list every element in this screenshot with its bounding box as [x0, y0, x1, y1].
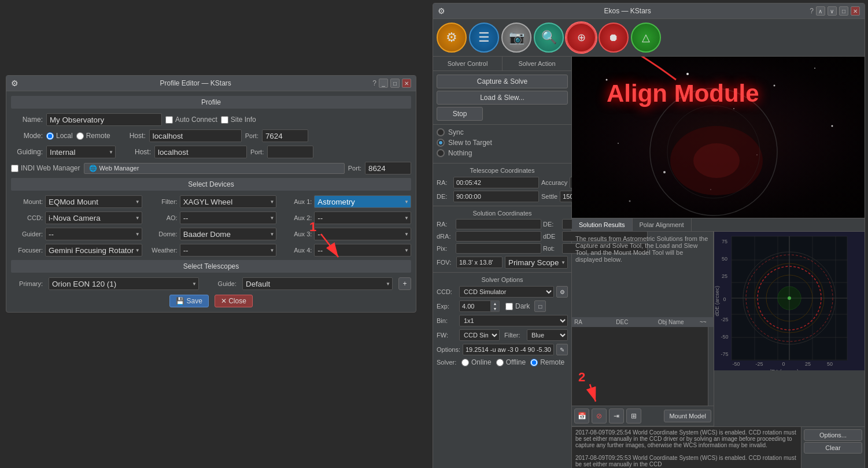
- filter-dropdown[interactable]: XAGYL Wheel: [180, 195, 277, 208]
- add-telescope-button[interactable]: +: [398, 277, 411, 290]
- options-edit-button[interactable]: ✎: [556, 344, 568, 355]
- module-tool-button[interactable]: ☰: [469, 23, 499, 53]
- sol-dra-input[interactable]: [456, 231, 541, 242]
- ccd-settings-button[interactable]: ⚙: [556, 286, 568, 298]
- host-input[interactable]: [149, 129, 242, 142]
- mount-dropdown[interactable]: EQMod Mount: [45, 195, 142, 208]
- calendar-button[interactable]: 📅: [574, 408, 589, 424]
- site-info-checkbox[interactable]: [221, 116, 228, 124]
- indi-web-checkbox[interactable]: [11, 165, 19, 172]
- mount-tool-button[interactable]: △: [631, 23, 661, 53]
- exp-up-button[interactable]: ▲: [491, 301, 499, 306]
- dark-checkbox[interactable]: [505, 303, 513, 310]
- stop-button[interactable]: Stop: [437, 107, 483, 121]
- close-button[interactable]: ✕ Close: [215, 295, 253, 307]
- aux1-dropdown[interactable]: Astrometry: [314, 195, 411, 208]
- fov-input[interactable]: [456, 257, 503, 268]
- exp-down-button[interactable]: ▼: [491, 306, 499, 311]
- close-button[interactable]: ✕: [402, 79, 411, 88]
- auto-connect-checkbox[interactable]: [165, 116, 173, 124]
- profile-editor-title: Profile Editor — KStars: [160, 79, 231, 87]
- ra-input[interactable]: [453, 177, 539, 188]
- offline-radio[interactable]: [496, 359, 504, 366]
- solver-action-tab[interactable]: Solver Action: [503, 57, 571, 70]
- exp-settings-button[interactable]: □: [534, 300, 546, 312]
- slew-to-target-radio[interactable]: [437, 139, 445, 147]
- polar-alignment-tab[interactable]: Polar Alignment: [633, 218, 692, 231]
- guiding-host-input[interactable]: [154, 146, 247, 158]
- guiding-port-input[interactable]: [267, 146, 313, 158]
- sol-dde-label: dDE: [543, 233, 560, 240]
- ccd-opt-select[interactable]: CCD Simulator: [459, 286, 554, 298]
- guiding-dropdown[interactable]: Internal: [46, 146, 116, 158]
- nothing-radio[interactable]: [437, 149, 445, 157]
- dome-dropdown[interactable]: Baader Dome: [180, 228, 277, 240]
- ao-dropdown[interactable]: --: [180, 211, 277, 224]
- port-input[interactable]: [262, 129, 308, 142]
- ccd-dropdown[interactable]: i-Nova Camera: [45, 211, 142, 224]
- guide-scope-dropdown-wrapper: Default: [242, 277, 393, 290]
- table-tilde-header: ~~: [700, 319, 711, 325]
- filter-opt-select[interactable]: Blue: [527, 329, 568, 341]
- primary-scope-dropdown[interactable]: Orion EON 120 (1): [49, 277, 199, 290]
- ao-row: AO: --: [146, 211, 277, 224]
- ekos-close-button[interactable]: ✕: [851, 6, 860, 16]
- options-text-input[interactable]: [463, 344, 554, 355]
- ekos-expand-button[interactable]: ∨: [828, 6, 837, 16]
- name-input[interactable]: [46, 113, 162, 126]
- bin-opt-select[interactable]: 1x1: [459, 315, 568, 326]
- options-button[interactable]: Options...: [804, 429, 862, 441]
- online-radio[interactable]: [461, 359, 469, 366]
- guide-scope-dropdown[interactable]: Default: [242, 277, 393, 290]
- sol-pix-input[interactable]: [456, 243, 541, 254]
- grid-button[interactable]: ⊞: [626, 408, 641, 424]
- log-text-area[interactable]: 2017-08-09T09:25:54 World Coordinate Sys…: [572, 427, 801, 468]
- results-left: The results from Astrometric Solutions f…: [572, 232, 714, 426]
- web-manager-button[interactable]: 🌐 Web Manager: [84, 163, 345, 174]
- options-opt-label: Options:: [437, 346, 460, 353]
- weather-dropdown[interactable]: --: [180, 244, 277, 257]
- maximize-button[interactable]: □: [390, 79, 400, 88]
- ekos-minimize-button[interactable]: ∧: [816, 6, 825, 16]
- clear-button[interactable]: Clear: [804, 442, 862, 454]
- save-button[interactable]: 💾 Save: [169, 295, 209, 307]
- stop-circle-button[interactable]: ⊘: [592, 408, 607, 424]
- remote-radio[interactable]: [530, 359, 538, 366]
- results-scrollbar[interactable]: [708, 327, 714, 406]
- mount-model-button[interactable]: Mount Model: [664, 410, 711, 422]
- fw-opt-label: FW:: [437, 332, 457, 339]
- solution-results-tab[interactable]: Solution Results: [572, 218, 633, 231]
- bottom-toolbar: 📅 ⊘ ⇥ ⊞ Mount Model: [572, 406, 714, 426]
- mode-remote-radio[interactable]: [76, 132, 84, 140]
- web-port-input[interactable]: [365, 162, 411, 174]
- focuser-dropdown[interactable]: Gemini Focusing Rotator: [45, 244, 142, 257]
- aux2-dropdown[interactable]: --: [314, 211, 411, 224]
- load-slew-button[interactable]: Load & Slew...: [437, 91, 568, 105]
- de-input[interactable]: [453, 191, 539, 202]
- minimize-button[interactable]: _: [379, 79, 388, 88]
- fw-opt-select[interactable]: CCD Simul.: [459, 329, 500, 341]
- mode-local-radio[interactable]: [46, 132, 54, 140]
- search-tool-button[interactable]: 🔍: [534, 23, 564, 53]
- align-tool-button[interactable]: ⊕: [566, 23, 596, 53]
- aux4-dropdown[interactable]: --: [314, 244, 411, 257]
- mode-remote-label: Remote: [76, 132, 110, 140]
- export-button[interactable]: ⇥: [609, 408, 624, 424]
- guiding-row: Guiding: Internal Host: Port:: [11, 146, 411, 158]
- guider-dropdown[interactable]: --: [45, 228, 142, 240]
- auto-connect-label: Auto Connect: [165, 116, 217, 124]
- aux3-dropdown[interactable]: --: [314, 228, 411, 240]
- sync-radio[interactable]: [437, 128, 445, 136]
- guide-tool-button[interactable]: ⏺: [599, 23, 629, 53]
- nothing-radio-option: Nothing: [437, 149, 568, 157]
- solver-control-tab[interactable]: Solver Control: [433, 57, 503, 70]
- exp-input[interactable]: [459, 300, 491, 312]
- sol-ra-input[interactable]: [456, 219, 541, 229]
- capture-solve-button[interactable]: Capture & Solve: [437, 75, 568, 88]
- camera-tool-button[interactable]: 📷: [501, 23, 531, 53]
- profile-editor-title-icon: ⚙: [11, 79, 19, 88]
- settings-tool-button[interactable]: ⚙: [437, 23, 467, 53]
- primary-scope-select[interactable]: Primary Scope: [505, 256, 568, 269]
- ekos-maximize-button[interactable]: □: [839, 6, 848, 16]
- offline-radio-label: Offline: [496, 358, 526, 366]
